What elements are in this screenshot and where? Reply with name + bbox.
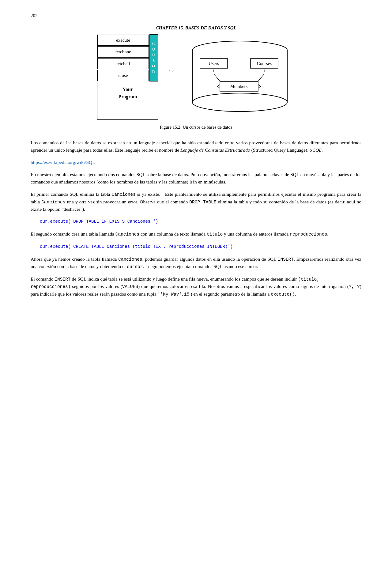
my-way-inline: 'My Way' (160, 292, 182, 297)
cursor-r2: R (152, 69, 155, 74)
code-block-2: cur.execute('CREATE TABLE Canciones (tit… (40, 244, 361, 250)
method-close: close (97, 70, 149, 81)
drop-table-inline: DROP TABLE (189, 200, 216, 205)
canciones-inline-3: Canciones (115, 232, 139, 237)
cursor-u: U (152, 47, 155, 52)
figure-caption: Figure 15.2: Un cursor de bases de datos (31, 124, 361, 131)
titulo-reproducciones-inline: (titulo,reproducciones) (31, 277, 319, 289)
wikipedia-link[interactable]: https://es.wikipedia.org/wiki/SQL (31, 160, 95, 165)
your-program-label: YourProgram (97, 81, 158, 104)
fifteen-inline: 15 (184, 292, 189, 297)
method-execute: execute (97, 35, 149, 46)
svg-point-4 (192, 93, 287, 112)
values-inline: VALUES (122, 284, 138, 289)
paragraph-4: El segundo comando crea una tabla llamad… (31, 230, 361, 238)
diagram: execute fetchone fetchall close C U R S … (97, 34, 295, 120)
figure-15-2: execute fetchone fetchall close C U R S … (31, 34, 361, 120)
method-fetchone: fetchone (97, 46, 149, 58)
bidirectional-arrow: ↔ (168, 65, 175, 77)
paragraph-3: El primer comando SQL elimina la tabla C… (31, 191, 361, 213)
wikipedia-link-paragraph: https://es.wikipedia.org/wiki/SQL (31, 159, 361, 166)
cursor-s: S (153, 58, 155, 63)
svg-text:+: + (212, 68, 215, 74)
sql-italic: SQL (313, 147, 322, 153)
database-svg: Users Courses + + Members (188, 39, 292, 115)
paragraph-5: Ahora que ya hemos creado la tabla llama… (31, 255, 361, 270)
insert-inline-2: INSERT (55, 277, 70, 282)
reproducciones-inline: reproducciones (290, 232, 327, 237)
cursor-r: R (152, 52, 155, 58)
canciones-inline-1: Canciones (112, 192, 136, 197)
question-marks-inline: ?, ? (349, 284, 360, 289)
svg-text:Members: Members (230, 84, 248, 89)
code-block-1: cur.execute('DROP TABLE IF EXISTS Cancio… (40, 218, 361, 225)
paragraph-6: El comando INSERT de SQL indica qué tabl… (31, 275, 361, 298)
paragraph-2: En nuestro ejemplo, estamos ejecutando d… (31, 171, 361, 186)
arrow-area: ↔ (168, 65, 175, 77)
titulo-inline: titulo (207, 232, 223, 237)
execute-inline: execute() (271, 292, 295, 297)
chapter-title: CHAPTER 15. BASES DE DATOS Y SQL (31, 25, 361, 32)
canciones-inline-4: Canciones (118, 257, 142, 262)
cursor-bar: C U R S O R (149, 34, 158, 81)
insert-inline: INSERT (278, 257, 294, 262)
method-list: execute fetchone fetchall close (97, 34, 149, 81)
method-fetchall: fetchall (97, 58, 149, 70)
canciones-inline-2: Canciones (41, 200, 65, 205)
database-diagram: Users Courses + + Members (185, 39, 295, 115)
program-box: execute fetchone fetchall close C U R S … (97, 34, 158, 120)
svg-text:+: + (263, 68, 266, 74)
cursor-inline: cursor (127, 264, 143, 269)
paragraph-1: Los comandos de las bases de datos se ex… (31, 139, 361, 154)
cursor-o: O (152, 63, 155, 69)
italic-term: Lenguaje de Consultas Estructurado (180, 147, 250, 153)
svg-text:Courses: Courses (257, 61, 272, 66)
cursor-c: C (152, 41, 155, 47)
svg-text:Users: Users (209, 61, 219, 66)
page-number: 202 (31, 12, 38, 19)
